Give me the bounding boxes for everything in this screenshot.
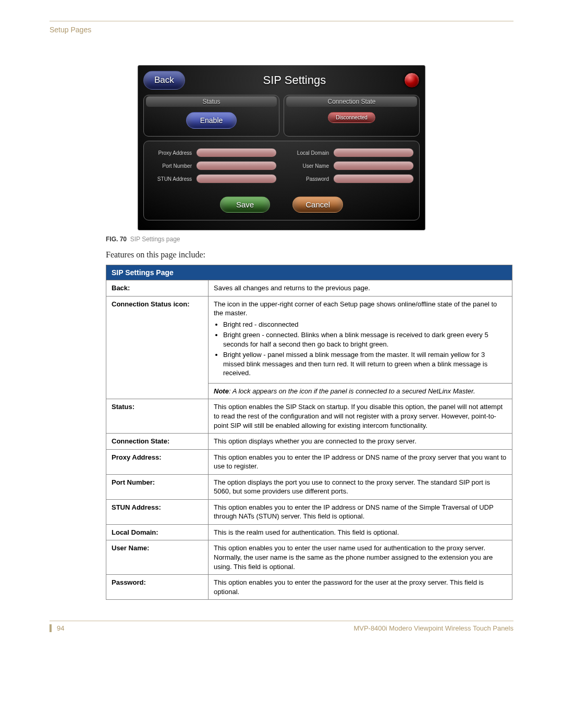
password-input[interactable] xyxy=(333,174,414,183)
table-row: User Name:This option enables you to ent… xyxy=(106,540,512,575)
table-row: Password:This option enables you to ente… xyxy=(106,575,512,600)
table-row: Proxy Address:This option enables you to… xyxy=(106,449,512,474)
table-row: STUN Address:This option enables you to … xyxy=(106,499,512,524)
proxy-address-input[interactable] xyxy=(196,148,277,157)
page-footer: 94 MVP-8400i Modero Viewpoint Wireless T… xyxy=(50,621,513,632)
enable-button[interactable]: Enable xyxy=(186,112,237,129)
field-label: Proxy Address xyxy=(149,150,192,156)
table-row: Status:This option enables the SIP Stack… xyxy=(106,399,512,434)
field-label: User Name xyxy=(286,163,329,169)
connection-status-icon xyxy=(404,72,420,88)
section-heading: Setup Pages xyxy=(50,26,513,34)
intro-text: Features on this page include: xyxy=(106,250,513,260)
field-label: Port Number xyxy=(149,163,192,169)
stun-address-input[interactable] xyxy=(196,174,277,183)
table-row: Back: Saves all changes and returns to t… xyxy=(106,280,512,297)
fields-box: Proxy Address Port Number STUN Address L… xyxy=(143,141,420,220)
page-number: 94 xyxy=(50,624,64,632)
disconnected-pill: Disconnected xyxy=(328,112,375,123)
save-button[interactable]: Save xyxy=(220,196,270,213)
connection-state-box: Connection State Disconnected xyxy=(284,95,420,137)
connection-state-header: Connection State xyxy=(286,96,417,107)
cancel-button[interactable]: Cancel xyxy=(292,196,343,213)
screen-title: SIP Settings xyxy=(189,73,400,87)
field-label: STUN Address xyxy=(149,176,192,182)
table-row: Port Number:The option displays the port… xyxy=(106,474,512,499)
status-header: Status xyxy=(146,96,277,107)
table-title: SIP Settings Page xyxy=(106,265,512,280)
sip-settings-screenshot: Back SIP Settings Status Enable Connecti… xyxy=(138,65,425,230)
features-table: SIP Settings Page Back: Saves all change… xyxy=(106,265,512,600)
local-domain-input[interactable] xyxy=(333,148,414,157)
status-box: Status Enable xyxy=(143,95,279,137)
table-row: Connection State:This option displays wh… xyxy=(106,434,512,450)
doc-title: MVP-8400i Modero Viewpoint Wireless Touc… xyxy=(353,624,513,632)
user-name-input[interactable] xyxy=(333,161,414,170)
port-number-input[interactable] xyxy=(196,161,277,170)
table-row: Local Domain:This is the realm used for … xyxy=(106,524,512,540)
back-button[interactable]: Back xyxy=(143,71,185,90)
field-label: Local Domain xyxy=(286,150,329,156)
field-label: Password xyxy=(286,176,329,182)
table-row: Connection Status icon: The icon in the … xyxy=(106,296,512,383)
figure-caption: FIG. 70 SIP Settings page xyxy=(106,236,513,243)
